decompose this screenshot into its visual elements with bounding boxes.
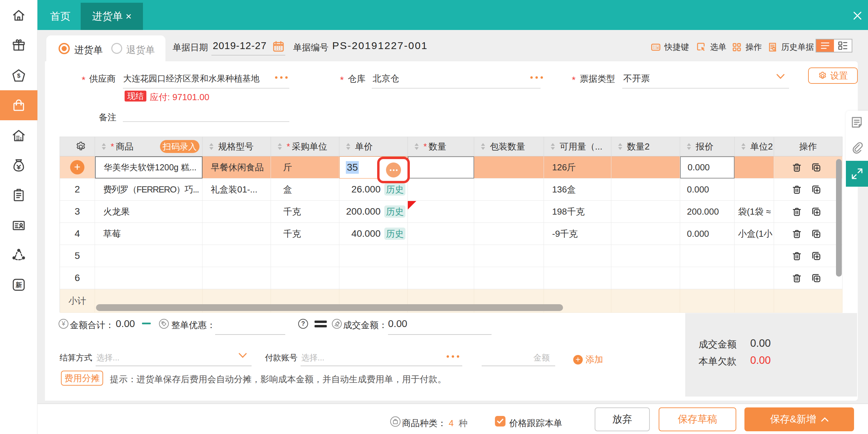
svg-text:新: 新 (15, 281, 22, 289)
svg-text:$: $ (17, 73, 20, 79)
